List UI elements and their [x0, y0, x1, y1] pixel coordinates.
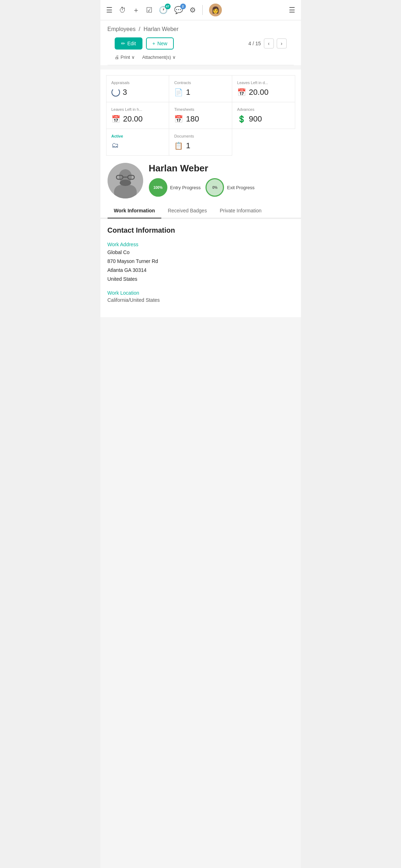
- stat-contracts[interactable]: Contracts 📄 1: [169, 76, 232, 102]
- stat-advances[interactable]: Advances 💲 900: [232, 102, 295, 129]
- stats-bar: Appraisals 3 Contracts 📄 1 Leaves Left i…: [100, 69, 301, 156]
- spinner-icon: [111, 88, 120, 97]
- stat-active-value-row: 🗂: [111, 141, 164, 149]
- tabs-bar: Work Information Received Badges Private…: [100, 198, 301, 218]
- stat-contracts-value: 1: [186, 88, 190, 97]
- stat-advances-value-row: 💲 900: [237, 114, 290, 124]
- entry-progress-label: Entry Progress: [170, 185, 201, 190]
- stat-leaves-hours-label: Leaves Left in h...: [111, 107, 164, 112]
- new-plus-icon: +: [152, 41, 155, 46]
- stat-active-label: Active: [111, 134, 164, 138]
- task-icon[interactable]: ☑: [146, 6, 152, 14]
- attachments-chevron-icon: ∨: [172, 55, 176, 60]
- print-chevron-icon: ∨: [131, 55, 135, 60]
- work-address-line-3: Atlanta GA 30314: [108, 267, 294, 274]
- stat-documents-value-row: 📋 1: [174, 141, 227, 150]
- clock-badge-icon[interactable]: 🕐 47: [159, 6, 168, 14]
- exit-progress-value: 0%: [212, 186, 217, 190]
- breadcrumb-current: Harlan Weber: [144, 26, 178, 32]
- toolbar: ✏ Edit + New 4 / 15 ‹ ›: [108, 37, 294, 55]
- stat-appraisals[interactable]: Appraisals 3: [106, 76, 170, 102]
- stat-advances-label: Advances: [237, 107, 290, 112]
- breadcrumb-bar: Employees / Harlan Weber ✏ Edit + New 4 …: [100, 20, 301, 65]
- attachments-button[interactable]: Attachment(s) ∨: [142, 55, 176, 60]
- hamburger-left-icon[interactable]: ☰: [106, 6, 113, 14]
- secondary-toolbar: 🖨 Print ∨ Attachment(s) ∨: [108, 55, 294, 65]
- nav-divider: [202, 5, 203, 15]
- message-icon[interactable]: 💬 2: [174, 6, 183, 14]
- tab-work-information[interactable]: Work Information: [108, 204, 162, 218]
- prev-button[interactable]: ‹: [264, 38, 274, 48]
- contracts-icon: 📄: [174, 88, 183, 97]
- stat-active[interactable]: Active 🗂: [106, 129, 170, 156]
- avatar[interactable]: 👩: [209, 4, 222, 16]
- stat-leaves-hours-value: 20.00: [123, 114, 143, 124]
- stat-appraisals-value-row: 3: [111, 88, 164, 97]
- print-icon: 🖨: [115, 55, 119, 60]
- breadcrumb: Employees / Harlan Weber: [108, 26, 294, 32]
- breadcrumb-separator: /: [139, 26, 140, 32]
- stat-leaves-hours[interactable]: Leaves Left in h... 📅 20.00: [106, 102, 170, 129]
- calendar-icon-1: 📅: [237, 88, 246, 97]
- stat-contracts-label: Contracts: [174, 81, 227, 85]
- stat-appraisals-value: 3: [123, 88, 127, 97]
- stat-documents-label: Documents: [174, 134, 227, 138]
- stat-timesheets-value-row: 📅 180: [174, 114, 227, 124]
- stat-timesheets-label: Timesheets: [174, 107, 227, 112]
- employee-name: Harlan Weber: [149, 163, 294, 174]
- timer-icon[interactable]: ⏱: [119, 6, 126, 14]
- print-label: Print: [121, 55, 130, 60]
- edit-icon: ✏: [121, 41, 125, 46]
- tab-private-information[interactable]: Private Information: [213, 204, 268, 218]
- work-location-label[interactable]: Work Location: [108, 290, 294, 296]
- calendar-icon-2: 📅: [111, 115, 120, 123]
- dollar-icon: 💲: [237, 115, 246, 123]
- print-button[interactable]: 🖨 Print ∨: [115, 55, 135, 60]
- nav-position: 4 / 15: [248, 41, 261, 46]
- work-address-line-1: Global Co: [108, 249, 294, 256]
- work-address-line-4: United States: [108, 275, 294, 283]
- next-button[interactable]: ›: [277, 38, 287, 48]
- work-address-group: Work Address Global Co 870 Mayson Turner…: [108, 242, 294, 283]
- stat-timesheets-value: 180: [186, 114, 199, 124]
- settings-icon[interactable]: ⚙: [189, 6, 196, 14]
- top-navigation: ☰ ⏱ ＋ ☑ 🕐 47 💬 2 ⚙ 👩 ☰: [100, 0, 301, 20]
- stat-documents[interactable]: Documents 📋 1: [169, 129, 232, 156]
- stat-leaves-days-value-row: 📅 20.00: [237, 88, 290, 97]
- work-location-value: California/United States: [108, 297, 294, 303]
- stat-leaves-days-value: 20.00: [249, 88, 269, 97]
- entry-progress-circle: 100%: [149, 178, 167, 197]
- documents-icon: 📋: [174, 141, 183, 150]
- stat-leaves-days[interactable]: Leaves Left in d... 📅 20.00: [232, 76, 295, 102]
- employee-header: Harlan Weber 100% Entry Progress 0% Exit…: [100, 156, 301, 198]
- stat-leaves-days-label: Leaves Left in d...: [237, 81, 290, 85]
- work-information-section: Contact Information Work Address Global …: [100, 219, 301, 317]
- section-title: Contact Information: [108, 226, 294, 234]
- stat-leaves-hours-value-row: 📅 20.00: [111, 114, 164, 124]
- exit-progress-circle: 0%: [205, 178, 224, 197]
- new-button[interactable]: + New: [146, 37, 174, 50]
- attachments-label: Attachment(s): [142, 55, 171, 60]
- hamburger-right-icon[interactable]: ☰: [289, 6, 295, 14]
- nav-controls: 4 / 15 ‹ ›: [248, 38, 286, 48]
- message-badge-count: 2: [180, 4, 186, 9]
- main-content: Employees / Harlan Weber ✏ Edit + New 4 …: [100, 20, 301, 868]
- work-location-group: Work Location California/United States: [108, 290, 294, 303]
- svg-point-6: [120, 180, 131, 186]
- stat-timesheets[interactable]: Timesheets 📅 180: [169, 102, 232, 129]
- employee-info: Harlan Weber 100% Entry Progress 0% Exit…: [149, 163, 294, 197]
- exit-progress-label: Exit Progress: [227, 185, 254, 190]
- plus-icon[interactable]: ＋: [132, 5, 140, 15]
- work-address-line-2: 870 Mayson Turner Rd: [108, 258, 294, 265]
- edit-button[interactable]: ✏ Edit: [115, 37, 142, 50]
- edit-label: Edit: [127, 41, 136, 46]
- entry-progress-value: 100%: [153, 186, 163, 190]
- breadcrumb-parent[interactable]: Employees: [108, 26, 136, 32]
- work-address-label[interactable]: Work Address: [108, 242, 294, 247]
- tab-received-badges[interactable]: Received Badges: [161, 204, 213, 218]
- stats-grid: Appraisals 3 Contracts 📄 1 Leaves Left i…: [106, 75, 295, 156]
- stat-advances-value: 900: [249, 114, 262, 124]
- calendar-icon-3: 📅: [174, 115, 183, 123]
- employee-photo: [108, 163, 143, 198]
- stat-appraisals-label: Appraisals: [111, 81, 164, 85]
